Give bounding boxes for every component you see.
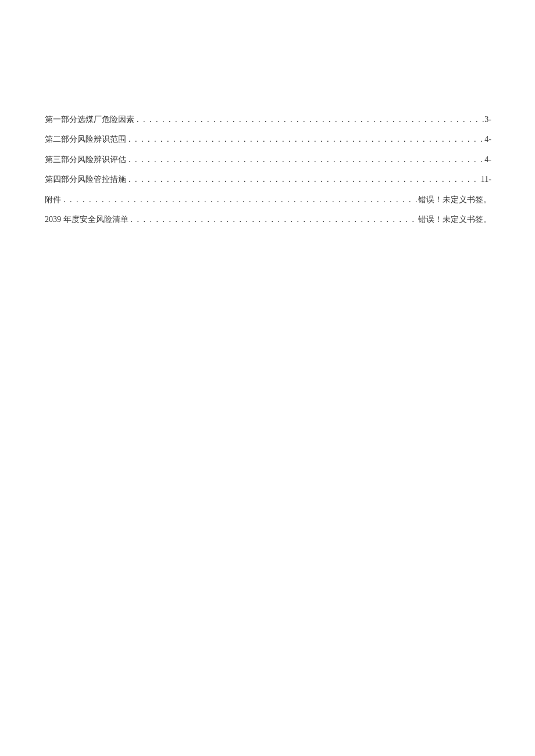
- toc-dots: [126, 153, 484, 166]
- toc-entry-page: 4-: [484, 153, 491, 166]
- toc-entry-title: 第四部分风险管控措施: [45, 173, 126, 186]
- toc-dots: [61, 194, 418, 206]
- toc-entry-title: 附件: [45, 194, 61, 206]
- toc-entry-title: 第三部分风险辨识评估: [45, 153, 126, 166]
- toc-dots: [129, 213, 419, 226]
- toc-dots: [126, 173, 481, 186]
- toc-entry-title: 第一部分选煤厂危险因素: [45, 113, 134, 126]
- toc-entry: 第四部分风险管控措施 11-: [45, 173, 491, 186]
- toc-entry: 第三部分风险辨识评估 4-: [45, 153, 491, 166]
- toc-entry-page: 3-: [484, 113, 491, 126]
- toc-entry-page: 11-: [481, 173, 491, 186]
- toc-entry-page: 错误！未定义书签。: [418, 194, 491, 206]
- toc-entry: 附件 错误！未定义书签。: [45, 194, 491, 206]
- toc-entry-title: 第二部分风险辨识范围: [45, 133, 126, 146]
- toc-entry: 2039 年度安全风险清单 错误！未定义书签。: [45, 213, 491, 226]
- toc-entry-page: 4-: [484, 133, 491, 146]
- toc-dots: [134, 113, 484, 126]
- toc-entry: 第二部分风险辨识范围 4-: [45, 133, 491, 146]
- toc-entry-page: 错误！未定义书签。: [418, 213, 491, 226]
- toc-entry: 第一部分选煤厂危险因素 3-: [45, 113, 491, 126]
- toc-dots: [126, 133, 484, 146]
- toc-entry-title: 2039 年度安全风险清单: [45, 213, 129, 226]
- table-of-contents: 第一部分选煤厂危险因素 3- 第二部分风险辨识范围 4- 第三部分风险辨识评估 …: [45, 113, 491, 226]
